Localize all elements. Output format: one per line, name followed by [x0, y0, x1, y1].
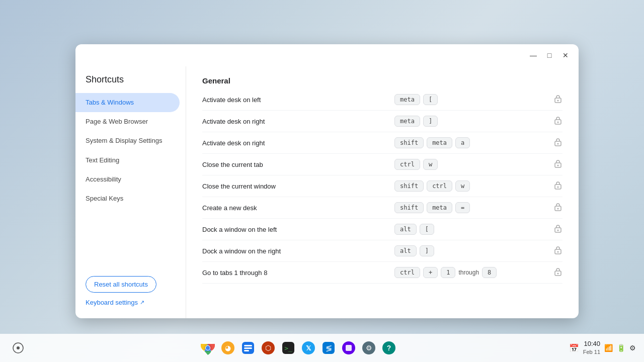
shortcut-row: Go to tabs 1 through 8ctrl+1through8 [202, 262, 562, 284]
taskbar-app7[interactable] [340, 339, 358, 357]
taskbar-settings-icon[interactable]: ⚙ [629, 344, 636, 352]
shortcut-label: Create a new desk [202, 204, 394, 212]
taskbar-app-terminal[interactable]: >_ [279, 339, 297, 357]
lock-icon [553, 224, 562, 235]
lock-icon [553, 202, 562, 213]
shortcut-label: Activate desk on right [202, 139, 394, 147]
key-badge: w [455, 180, 470, 192]
key-badge: meta [427, 137, 452, 148]
maximize-button[interactable]: □ [542, 48, 556, 62]
key-badge: a [455, 137, 470, 148]
taskbar-app-store[interactable]: ◕ [219, 339, 237, 357]
taskbar-app-twitter[interactable]: 𝕏 [299, 339, 317, 357]
key-badge: meta [427, 202, 452, 213]
svg-text:⬡: ⬡ [265, 344, 271, 352]
key-badge: ctrl [427, 180, 452, 192]
key-badge: + [423, 267, 438, 278]
svg-point-7 [557, 165, 559, 166]
taskbar-app-vscode[interactable]: ≶ [319, 339, 338, 357]
svg-point-3 [557, 122, 559, 123]
shortcut-keys: shiftctrlw [394, 180, 545, 192]
shortcut-label: Activate desk on left [202, 96, 394, 104]
shortcut-keys: ctrlw [394, 159, 545, 170]
key-badge: meta [394, 94, 420, 105]
section-title: General [202, 76, 562, 85]
shortcuts-window: — □ ✕ Shortcuts Tabs & Windows Page & We… [75, 44, 579, 318]
taskbar: ◕ ⬡ [0, 334, 644, 362]
external-link-icon: ↗ [140, 299, 144, 306]
svg-point-17 [557, 273, 559, 275]
key-badge: alt [394, 245, 417, 256]
taskbar-app-chrome[interactable] [199, 339, 217, 357]
sidebar-item-tabs-windows[interactable]: Tabs & Windows [75, 93, 180, 112]
svg-text:𝕏: 𝕏 [306, 344, 311, 352]
key-badge: alt [394, 224, 417, 235]
sidebar-bottom: Reset all shortcuts Keyboard settings ↗ [75, 268, 186, 314]
sidebar-item-special-keys[interactable]: Special Keys [75, 189, 180, 208]
svg-point-23 [206, 346, 210, 350]
shortcut-row: Close the current tabctrlw [202, 154, 562, 175]
sidebar-item-text-editing[interactable]: Text Editing [75, 151, 180, 170]
shortcut-row: Activate desk on rightmeta] [202, 111, 562, 132]
reset-shortcuts-button[interactable]: Reset all shortcuts [86, 276, 156, 293]
svg-point-19 [17, 346, 20, 349]
svg-text:≶: ≶ [326, 344, 332, 352]
lock-icon [553, 137, 562, 148]
taskbar-right: 📅 10:40 Feb 11 📶 🔋 ⚙ [569, 340, 636, 355]
shortcut-keys: meta] [394, 116, 545, 127]
key-badge: 1 [441, 267, 455, 278]
sidebar: Shortcuts Tabs & Windows Page & Web Brow… [75, 66, 186, 318]
sidebar-title: Shortcuts [75, 70, 186, 93]
keyboard-settings-link[interactable]: Keyboard settings ↗ [86, 299, 176, 306]
shortcut-row: Dock a window on the leftalt[ [202, 219, 562, 240]
taskbar-date: Feb 11 [583, 348, 600, 355]
launcher-button[interactable] [8, 338, 28, 358]
key-badge: shift [394, 202, 424, 213]
key-badge: [ [423, 94, 438, 105]
taskbar-time-date[interactable]: 10:40 Feb 11 [583, 340, 600, 355]
svg-rect-27 [244, 345, 252, 346]
taskbar-left [8, 338, 28, 358]
svg-text:>_: >_ [285, 344, 293, 352]
svg-point-1 [557, 100, 559, 102]
taskbar-app4[interactable]: ⬡ [259, 339, 277, 357]
taskbar-app-settings[interactable]: ⚙ [360, 339, 378, 357]
shortcut-row: Close the current windowshiftctrlw [202, 175, 562, 197]
shortcut-label: Close the current tab [202, 161, 394, 168]
svg-point-5 [557, 143, 559, 145]
shortcut-label: Close the current window [202, 183, 394, 190]
main-content: General Activate desk on leftmeta[ Activ… [186, 66, 579, 318]
desktop: — □ ✕ Shortcuts Tabs & Windows Page & We… [0, 0, 644, 362]
titlebar: — □ ✕ [75, 44, 579, 66]
key-badge: ] [423, 116, 438, 127]
sidebar-item-page-web-browser[interactable]: Page & Web Browser [75, 112, 180, 131]
lock-icon [553, 94, 562, 105]
minimize-button[interactable]: — [526, 48, 540, 62]
taskbar-calendar-icon[interactable]: 📅 [569, 343, 579, 353]
key-badge: through [458, 269, 479, 276]
key-badge: ctrl [394, 159, 420, 170]
keyboard-settings-label: Keyboard settings [86, 299, 138, 306]
taskbar-app-files[interactable] [239, 339, 257, 357]
shortcut-row: Activate desk on leftmeta[ [202, 89, 562, 111]
shortcuts-list: Activate desk on leftmeta[ Activate desk… [202, 89, 562, 284]
svg-rect-39 [346, 345, 352, 351]
svg-text:?: ? [387, 344, 391, 352]
taskbar-app-help[interactable]: ? [380, 339, 398, 357]
shortcut-keys: meta[ [394, 94, 545, 105]
shortcut-keys: alt[ [394, 224, 545, 235]
key-badge: = [455, 202, 470, 213]
shortcut-row: Dock a window on the rightalt] [202, 240, 562, 262]
sidebar-item-accessibility[interactable]: Accessibility [75, 170, 180, 189]
svg-rect-29 [244, 350, 249, 351]
key-badge: 8 [482, 267, 497, 278]
svg-point-13 [557, 230, 559, 231]
lock-icon [553, 267, 562, 278]
close-button[interactable]: ✕ [558, 48, 573, 62]
key-badge: ctrl [394, 267, 420, 278]
sidebar-item-system-display[interactable]: System & Display Settings [75, 131, 180, 150]
lock-icon [553, 159, 562, 170]
shortcut-label: Dock a window on the right [202, 247, 394, 255]
shortcut-label: Activate desk on right [202, 118, 394, 125]
shortcut-row: Activate desk on rightshiftmetaa [202, 132, 562, 154]
